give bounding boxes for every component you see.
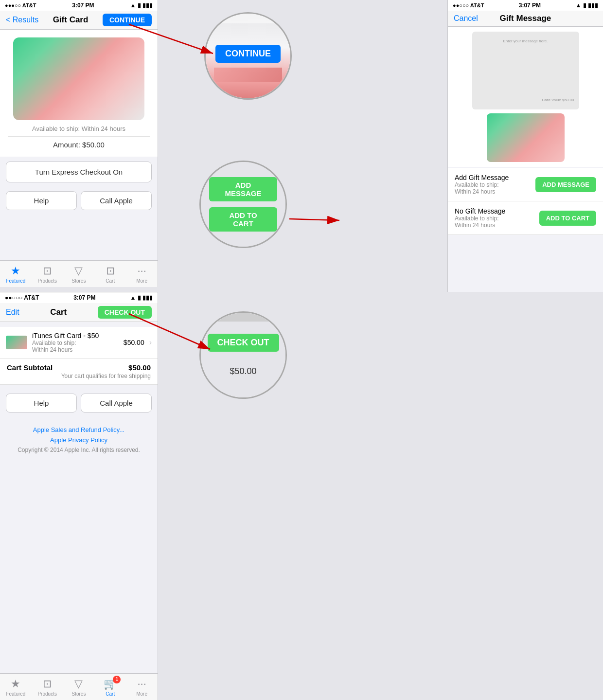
zoom-checkout-button[interactable]: CHECK OUT bbox=[208, 334, 279, 352]
cart-featured-label: Featured bbox=[6, 691, 25, 697]
zoom-continue-button[interactable]: CONTINUE bbox=[215, 45, 281, 63]
nav-bar-gift-card: < Results Gift Card CONTINUE bbox=[0, 11, 158, 30]
express-checkout-section: Turn Express Checkout On bbox=[0, 157, 158, 187]
cart-more-label: More bbox=[136, 691, 147, 697]
nav-bar-gift-message: Cancel Gift Message bbox=[448, 11, 603, 27]
cart-item-sub2: Within 24 hours bbox=[32, 346, 119, 353]
call-apple-button[interactable]: Call Apple bbox=[81, 191, 152, 210]
status-bar-right: ●●○○○ AT&T 3:07 PM ▲ ▮ ▮▮▮ bbox=[448, 0, 603, 11]
footer-links: Apple Sales and Refund Policy... Apple P… bbox=[0, 416, 158, 463]
gift-option-list: Add Gift Message Available to ship: With… bbox=[448, 168, 603, 235]
cart-label: Cart bbox=[106, 278, 115, 284]
cart-item-row[interactable]: iTunes Gift Card - $50 Available to ship… bbox=[0, 327, 158, 359]
status-icons-right: ▲ ▮ ▮▮▮ bbox=[575, 2, 598, 9]
zoom-checkout-status: ▲ ▮ ▮▮▮ bbox=[201, 313, 285, 322]
add-gift-message-item: Add Gift Message Available to ship: With… bbox=[448, 168, 603, 201]
products-label: Products bbox=[37, 278, 56, 284]
zoom-addmsg-content: ADD MESSAGE ADD TO CART bbox=[201, 162, 285, 247]
help-call-row: Help Call Apple bbox=[0, 187, 158, 214]
more-icon: ··· bbox=[137, 265, 146, 277]
tab-bar-top-left: ★ Featured ⊡ Products ▽ Stores ⊡ Cart ··… bbox=[0, 260, 158, 287]
time-display: 3:07 PM bbox=[72, 2, 94, 9]
help-call-cart-row: Help Call Apple bbox=[0, 390, 158, 416]
copyright-text: Copyright © 2014 Apple Inc. All rights r… bbox=[18, 447, 140, 453]
call-apple-cart-button[interactable]: Call Apple bbox=[81, 394, 152, 413]
continue-button[interactable]: CONTINUE bbox=[103, 14, 152, 26]
zoom-continue-circle: ▲ ▮ ▮▮▮ CONTINUE bbox=[204, 12, 292, 100]
more-label: More bbox=[136, 278, 147, 284]
cart-stores-label: Stores bbox=[72, 691, 86, 697]
cart-stores-icon: ▽ bbox=[74, 678, 83, 690]
tab-more[interactable]: ··· More bbox=[126, 263, 158, 286]
cart-page-title: Cart bbox=[50, 307, 67, 317]
card-value-label: Card Value $50.00 bbox=[542, 98, 574, 102]
zoom-add-to-cart-button[interactable]: ADD TO CART bbox=[209, 207, 277, 232]
cart-more-icon: ··· bbox=[137, 678, 146, 690]
tab-featured[interactable]: ★ Featured bbox=[0, 263, 32, 286]
zoom-price-text: $50.00 bbox=[230, 366, 256, 377]
ship-availability-text: Available to ship: Within 24 hours bbox=[32, 125, 125, 132]
cart-item-name: iTunes Gift Card - $50 bbox=[32, 332, 119, 340]
time-right: 3:07 PM bbox=[519, 2, 541, 9]
gift-card-area: Available to ship: Within 24 hours Amoun… bbox=[0, 30, 158, 157]
tab-bar-cart: ★ Featured ⊡ Products ▽ Stores 🛒 1 Cart … bbox=[0, 673, 158, 700]
zoom-checkout-content: ▲ ▮ ▮▮▮ CHECK OUT $50.00 bbox=[201, 313, 285, 397]
help-button[interactable]: Help bbox=[6, 191, 77, 210]
edit-button[interactable]: Edit bbox=[6, 308, 19, 317]
stores-icon: ▽ bbox=[74, 265, 83, 277]
zoom-addmsg-circle: ADD MESSAGE ADD TO CART bbox=[199, 161, 287, 248]
cart-cart-label: Cart bbox=[106, 691, 115, 697]
phone-right: ●●○○○ AT&T 3:07 PM ▲ ▮ ▮▮▮ Cancel Gift M… bbox=[447, 0, 603, 292]
amount-row: Amount: $50.00 bbox=[8, 136, 150, 149]
stores-label: Stores bbox=[72, 278, 86, 284]
phone-left-top: ●●●○○ AT&T 3:07 PM ▲ ▮ ▮▮▮ < Results Gif… bbox=[0, 0, 158, 287]
privacy-policy-link[interactable]: Apple Privacy Policy bbox=[50, 436, 107, 444]
zoom-add-message-button[interactable]: ADD MESSAGE bbox=[209, 177, 277, 201]
add-to-cart-button-right[interactable]: ADD TO CART bbox=[539, 211, 596, 226]
cart-item-chevron-icon: › bbox=[149, 338, 152, 347]
time-cart: 3:07 PM bbox=[73, 294, 95, 301]
status-bar-cart: ●●○○○ AT&T 3:07 PM ▲ ▮ ▮▮▮ bbox=[0, 292, 158, 303]
checkout-button[interactable]: CHECK OUT bbox=[98, 306, 152, 319]
cart-badge: 1 bbox=[113, 676, 121, 683]
cart-item-sub1: Available to ship: bbox=[32, 340, 119, 346]
no-message-sub1: Available to ship: bbox=[455, 215, 505, 222]
back-results-button[interactable]: < Results bbox=[6, 16, 38, 24]
cart-item-price: $50.00 bbox=[124, 339, 144, 346]
products-icon: ⊡ bbox=[43, 265, 52, 277]
signal-right: ●●○○○ AT&T bbox=[453, 2, 484, 8]
gift-message-title: Gift Message bbox=[500, 14, 551, 23]
signal-cart: ●●○○○ AT&T bbox=[5, 294, 39, 301]
cancel-button[interactable]: Cancel bbox=[454, 14, 478, 23]
nav-bar-cart: Edit Cart CHECK OUT bbox=[0, 303, 158, 322]
zoom-continue-content: ▲ ▮ ▮▮▮ CONTINUE bbox=[206, 14, 290, 98]
tab-cart[interactable]: ⊡ Cart bbox=[94, 263, 126, 286]
no-gift-message-item: No Gift Message Available to ship: Withi… bbox=[448, 201, 603, 235]
tab-cart-stores[interactable]: ▽ Stores bbox=[63, 676, 95, 699]
phone-left-bottom-cart: ●●○○○ AT&T 3:07 PM ▲ ▮ ▮▮▮ Edit Cart CHE… bbox=[0, 292, 158, 700]
tab-cart-products[interactable]: ⊡ Products bbox=[32, 676, 63, 699]
express-checkout-button[interactable]: Turn Express Checkout On bbox=[6, 162, 152, 182]
tab-cart-cart[interactable]: 🛒 1 Cart bbox=[94, 676, 126, 699]
cart-item-details: iTunes Gift Card - $50 Available to ship… bbox=[32, 332, 119, 353]
no-message-title: No Gift Message bbox=[455, 207, 505, 215]
tab-cart-more[interactable]: ··· More bbox=[126, 676, 158, 699]
add-message-sub2: Within 24 hours bbox=[455, 188, 509, 195]
cart-products-label: Products bbox=[37, 691, 56, 697]
subtotal-note: Your cart qualifies for free shipping bbox=[7, 373, 151, 379]
zoom-status-mini: ▲ ▮ ▮▮▮ bbox=[206, 14, 290, 23]
sales-refund-link[interactable]: Apple Sales and Refund Policy... bbox=[33, 426, 124, 433]
tab-products[interactable]: ⊡ Products bbox=[32, 263, 63, 286]
svg-line-2 bbox=[289, 219, 339, 220]
tab-stores[interactable]: ▽ Stores bbox=[63, 263, 95, 286]
no-message-sub2: Within 24 hours bbox=[455, 222, 505, 229]
help-cart-button[interactable]: Help bbox=[6, 394, 77, 413]
page-title-gift-card: Gift Card bbox=[53, 15, 89, 25]
status-bar-top-left: ●●●○○ AT&T 3:07 PM ▲ ▮ ▮▮▮ bbox=[0, 0, 158, 11]
add-message-button[interactable]: ADD MESSAGE bbox=[535, 177, 596, 192]
cart-subtotal-section: Cart Subtotal $50.00 Your cart qualifies… bbox=[0, 359, 158, 385]
message-placeholder: Enter your message here. bbox=[477, 39, 574, 43]
cart-cart-icon-wrapper: 🛒 1 bbox=[104, 678, 117, 690]
tab-cart-featured[interactable]: ★ Featured bbox=[0, 676, 32, 699]
add-message-sub1: Available to ship: bbox=[455, 181, 509, 188]
